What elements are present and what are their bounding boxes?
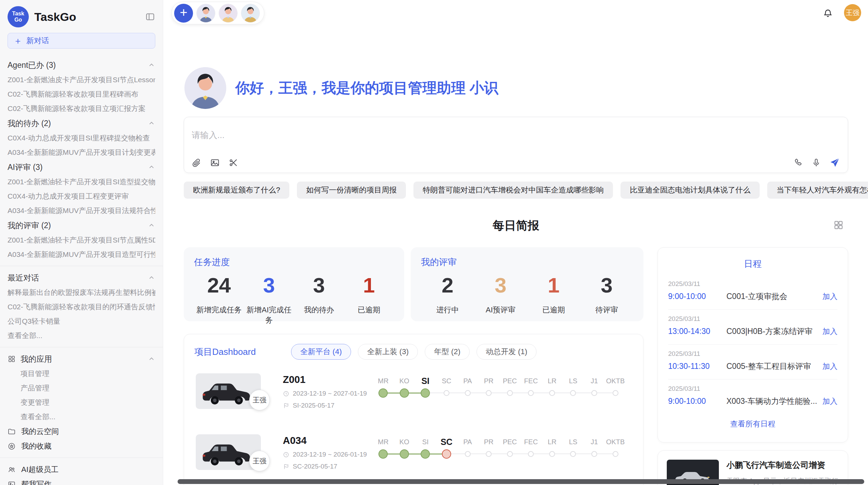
milestone-si[interactable]: SI — [415, 375, 436, 399]
milestone-ls[interactable]: LS — [563, 436, 584, 460]
suggestion-chip[interactable]: 欧洲新规最近颁布了什么? — [184, 182, 289, 199]
dashboard-filter-pill[interactable]: 年型 (2) — [425, 344, 470, 360]
join-meeting-link[interactable]: 加入 — [822, 396, 837, 407]
phone-call-icon[interactable] — [794, 158, 803, 167]
sidebar-item[interactable]: Z001-全新燃油皮卡产品开发项目SI节点Lesson Learn报告 — [8, 73, 155, 87]
session-toolbar: + — [171, 2, 264, 24]
milestone-j1[interactable]: J1 — [584, 436, 605, 460]
scissors-icon[interactable] — [229, 158, 238, 167]
image-upload-icon[interactable] — [210, 158, 220, 167]
sidebar-item[interactable]: A034-全新新能源MUV产品开发项目计划变更表编写 — [8, 145, 155, 160]
suggestion-chip[interactable]: 特朗普可能对进口汽车增税会对中国车企造成哪些影响 — [413, 182, 613, 199]
suggestion-chip[interactable]: 比亚迪全固态电池计划具体说了什么 — [620, 182, 760, 199]
milestone-pec[interactable]: PEC — [499, 375, 520, 399]
sidebar-item[interactable]: C0X4-动力总成开发项目工程变更评审 — [8, 189, 155, 203]
dashboard-header: 项目Dashboard 全新平台 (4)全新上装 (3)年型 (2)动总开发 (… — [194, 344, 633, 364]
schedule-entry: 2025/03/119:00-10:00X003-车辆动力学性能验...加入 — [668, 379, 837, 414]
milestone-pec[interactable]: PEC — [499, 436, 520, 460]
send-message-icon[interactable] — [829, 157, 840, 168]
milestone-pr[interactable]: PR — [478, 436, 499, 460]
recent-chat-item[interactable]: 解释最新出台的欧盟报废车法规再生塑料比例被调至15%... — [8, 285, 155, 300]
dashboard-filter-pill[interactable]: 动总开发 (1) — [477, 344, 537, 360]
sidebar-item[interactable]: Z001-全新燃油轻卡产品开发项目SI节点属性5D文件评审 — [8, 233, 155, 247]
sidebar-item[interactable]: A034-全新新能源MUV产品开发项目造型可行性评审 — [8, 247, 155, 262]
sidebar-section-header[interactable]: 我的待办 (2) — [8, 116, 155, 131]
sidebar-collapse-icon[interactable] — [145, 12, 155, 22]
user-avatar[interactable]: 王强 — [844, 4, 861, 21]
view-all-schedule-link[interactable]: 查看所有日程 — [668, 419, 837, 429]
app-item[interactable]: 产品管理 — [8, 381, 155, 395]
schedule-card: 日程 2025/03/119:00-10:00C001-立项审批会加入2025/… — [658, 247, 848, 443]
sidebar-item[interactable]: C02-飞腾新能源轻客改款项目里程碑画布 — [8, 87, 155, 101]
suggestion-chip[interactable]: 当下年轻人对汽车外观有怎样的喜好趋势 — [767, 182, 868, 199]
sidebar-section-header[interactable]: Agent已办 (3) — [8, 58, 155, 73]
join-meeting-link[interactable]: 加入 — [822, 326, 837, 337]
sidebar-section-header[interactable]: 我的评审 (2) — [8, 218, 155, 233]
app-item[interactable]: 项目管理 — [8, 366, 155, 381]
chat-input-card[interactable]: 请输入... — [184, 117, 848, 173]
sidebar-link-users[interactable]: AI超级员工 — [8, 462, 155, 477]
sidebar-item[interactable]: Z001-全新燃油轻卡产品开发项目SI造型提交物评审 — [8, 175, 155, 189]
chat-input-area[interactable]: 请输入... — [192, 117, 840, 153]
milestone-label: KO — [399, 436, 409, 448]
milestone-sc[interactable]: SC — [436, 375, 457, 399]
milestone-label: SI — [421, 375, 430, 387]
sidebar-item[interactable]: C0X4-动力总成开发项目SI里程碑提交物检查 — [8, 131, 155, 145]
microphone-icon[interactable] — [811, 158, 821, 167]
sidebar-link-image[interactable]: 帮我写作 — [8, 477, 155, 485]
milestone-pa[interactable]: PA — [457, 436, 478, 460]
dashboard-filter-pill[interactable]: 全新上装 (3) — [358, 344, 418, 360]
milestone-ls[interactable]: LS — [563, 375, 584, 399]
horizontal-scrollbar[interactable] — [178, 479, 864, 484]
milestone-j1[interactable]: J1 — [584, 375, 605, 399]
agent-avatar-2[interactable] — [219, 4, 238, 23]
agent-avatar-3[interactable] — [241, 4, 260, 23]
layout-grid-icon[interactable] — [831, 219, 846, 231]
top-right-actions: 王强 — [822, 4, 861, 21]
sidebar-recent-header[interactable]: 最近对话 — [8, 270, 155, 285]
chevron-up-icon — [148, 163, 155, 171]
milestone-label: OKTB — [606, 436, 625, 448]
join-meeting-link[interactable]: 加入 — [822, 291, 837, 302]
recent-chat-item[interactable]: 公司Q3轻卡销量 — [8, 314, 155, 328]
sidebar-apps-header[interactable]: 我的应用 — [8, 351, 155, 366]
milestone-dot — [507, 390, 513, 396]
sidebar-link-folder[interactable]: 我的云空间 — [8, 424, 155, 439]
milestone-fec[interactable]: FEC — [520, 436, 542, 460]
recent-chat-item[interactable]: C02-飞腾新能源轻客改款项目的闭环通告反馈情况 — [8, 300, 155, 314]
app-item[interactable]: 变更管理 — [8, 395, 155, 410]
agent-avatar-1[interactable] — [196, 4, 215, 23]
sidebar-link-star[interactable]: 我的收藏 — [8, 439, 155, 453]
attachment-icon[interactable] — [192, 158, 201, 167]
milestone-lr[interactable]: LR — [542, 375, 563, 399]
suggestion-chip[interactable]: 如何写一份清晰的项目周报 — [297, 182, 406, 199]
milestone-pa[interactable]: PA — [457, 375, 478, 399]
sidebar-section-header[interactable]: AI评审 (3) — [8, 160, 155, 175]
sidebar-item[interactable]: C02-飞腾新能源轻客改款项目立项汇报方案 — [8, 101, 155, 116]
milestone-ko[interactable]: KO — [394, 436, 415, 460]
dashboard-filter-pill[interactable]: 全新平台 (4) — [291, 344, 351, 360]
join-meeting-link[interactable]: 加入 — [822, 361, 837, 372]
milestone-mr[interactable]: MR — [373, 436, 394, 460]
milestone-si[interactable]: SI — [415, 436, 436, 460]
schedule-event-name: C001-立项审批会 — [726, 291, 822, 302]
milestone-sc[interactable]: SC — [436, 436, 457, 460]
milestone-oktb[interactable]: OKTB — [605, 375, 626, 399]
recent-chat-item[interactable]: 查看全部... — [8, 328, 155, 343]
new-chat-button[interactable]: ＋ 新对话 — [8, 33, 155, 49]
stat-value: 3 — [294, 273, 344, 297]
app-item[interactable]: 查看全部... — [8, 410, 155, 424]
milestone-fec[interactable]: FEC — [520, 375, 542, 399]
sidebar-item[interactable]: A034-全新新能源MUV产品开发项目法规符合性评审 — [8, 203, 155, 218]
schedule-time: 9:00-10:00 — [668, 292, 726, 301]
new-session-button[interactable]: + — [174, 4, 193, 23]
milestone-lr[interactable]: LR — [542, 436, 563, 460]
milestone-mr[interactable]: MR — [373, 375, 394, 399]
milestone-ko[interactable]: KO — [394, 375, 415, 399]
task-progress-card: 任务进度 24新增完成任务3新增AI完成任务3我的待办1已逾期 — [184, 247, 404, 321]
milestone-label: MR — [378, 375, 388, 387]
milestone-pr[interactable]: PR — [478, 375, 499, 399]
milestone-timeline: MRKOSISCPAPRPECFECLRLSJ1OKTB — [373, 375, 626, 412]
notification-bell-icon[interactable] — [822, 7, 834, 18]
milestone-oktb[interactable]: OKTB — [605, 436, 626, 460]
